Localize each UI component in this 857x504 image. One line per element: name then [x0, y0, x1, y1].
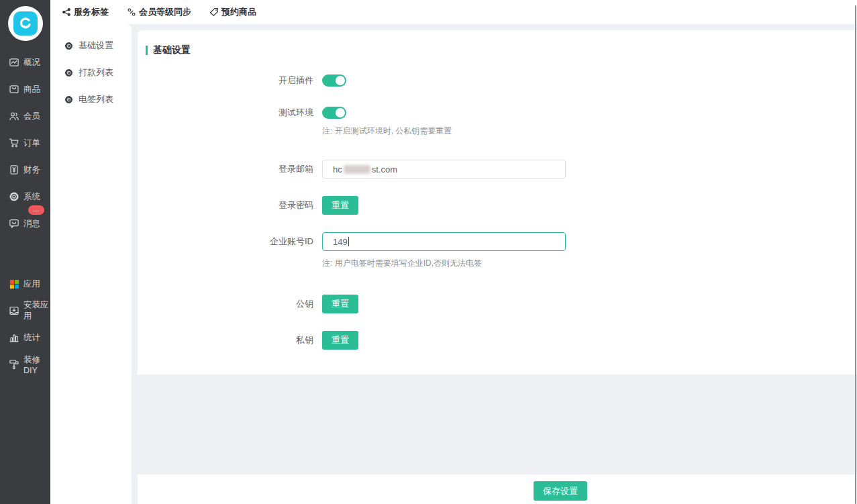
company-id-label: 企业账号ID	[138, 236, 313, 248]
sidebar-item-label: 概况	[23, 57, 40, 68]
email-label: 登录邮箱	[138, 163, 313, 175]
sidebar-item-finance[interactable]: 财务	[0, 156, 50, 183]
sidebar-item-install-apps[interactable]: 安装应用	[0, 297, 50, 324]
sidebar-item-order[interactable]: 订单	[0, 130, 50, 156]
sidebar-item-label: 统计	[23, 332, 40, 344]
title-accent-bar	[146, 46, 148, 55]
sidebar-item-apps[interactable]: 应用	[0, 270, 50, 297]
system-gear-icon	[9, 191, 19, 202]
submenu-item-payment-list[interactable]: 打款列表	[50, 59, 132, 86]
submenu-item-label: 电签列表	[79, 93, 113, 105]
install-icon	[9, 305, 19, 316]
form-row-private-key: 私钥 重置	[138, 331, 857, 350]
email-redacted-blur	[344, 165, 370, 174]
submenu-item-label: 基础设置	[79, 40, 113, 52]
section-title-text: 基础设置	[153, 44, 191, 56]
sidebar-spacer	[0, 237, 50, 270]
apps-icon	[9, 279, 19, 289]
sidebar-item-overview[interactable]: 概况	[0, 49, 50, 76]
gear-icon	[64, 68, 73, 77]
basic-settings-panel: 基础设置 开启插件 测试环境 注: 开启测试环境时, 公私钥需要重置 登录邮箱 …	[138, 30, 857, 374]
password-label: 登录密码	[138, 199, 313, 211]
submenu-item-basic-settings[interactable]: 基础设置	[50, 32, 132, 59]
message-badge: …	[28, 205, 44, 215]
sidebar-item-label: 装修DIY	[23, 354, 50, 375]
form-row-company-id: 企业账号ID 149	[138, 232, 857, 251]
sidebar-item-label: 会员	[23, 111, 40, 122]
sidebar-item-label: 财务	[23, 164, 40, 176]
test-env-label: 测试环境	[138, 107, 313, 119]
overview-icon	[9, 57, 19, 68]
paint-roller-icon	[9, 359, 19, 370]
public-key-label: 公钥	[138, 298, 313, 310]
company-id-input[interactable]: 149	[322, 232, 566, 251]
sidebar-item-label: 应用	[23, 279, 40, 290]
sidebar-item-label: 商品	[23, 84, 40, 95]
company-id-value: 149	[333, 237, 348, 247]
public-key-reset-button[interactable]: 重置	[322, 295, 358, 313]
sidebar-item-label: 订单	[23, 138, 40, 149]
link-icon	[126, 7, 136, 17]
company-id-note: 注: 用户电签时需要填写企业ID,否则无法电签	[322, 258, 857, 269]
email-input[interactable]: hcst.com	[322, 160, 566, 179]
tab-label: 服务标签	[74, 6, 109, 18]
sidebar-item-member[interactable]: 会员	[0, 103, 50, 130]
tab-label: 预约商品	[221, 6, 256, 18]
message-icon	[9, 218, 19, 229]
share-icon	[61, 7, 71, 17]
plugin-label: 开启插件	[138, 74, 313, 87]
sidebar-item-stats[interactable]: 统计	[0, 324, 50, 351]
logo-circle	[8, 6, 43, 41]
tab-label: 会员等级同步	[139, 6, 191, 18]
sidebar-item-label: 系统	[23, 191, 40, 203]
logo-swirl-icon	[17, 15, 34, 32]
sidebar-nav: 概况 商品 会员 订单	[0, 49, 50, 378]
app-logo[interactable]	[0, 0, 50, 47]
private-key-label: 私钥	[138, 334, 313, 346]
finance-icon	[9, 164, 19, 175]
sidebar-item-label: 安装应用	[23, 299, 50, 322]
text-cursor	[348, 237, 349, 246]
app-window: 概况 商品 会员 订单	[0, 0, 857, 504]
sidebar-item-message[interactable]: 消息 …	[0, 210, 50, 237]
gear-icon	[64, 41, 73, 50]
tag-icon	[209, 7, 219, 17]
test-env-toggle[interactable]	[322, 107, 346, 119]
email-value-prefix: hc	[333, 164, 342, 174]
tab-reserved-goods[interactable]: 预约商品	[209, 6, 256, 18]
save-settings-button[interactable]: 保存设置	[534, 481, 587, 501]
vertical-scrollbar[interactable]	[855, 5, 856, 504]
sidebar-item-diy[interactable]: 装修DIY	[0, 351, 50, 378]
plugin-toggle[interactable]	[322, 74, 346, 87]
tab-service-label[interactable]: 服务标签	[61, 6, 109, 18]
tab-member-level-sync[interactable]: 会员等级同步	[126, 6, 191, 18]
form-row-plugin: 开启插件	[138, 74, 857, 87]
sidebar-item-label: 消息	[23, 218, 40, 230]
test-env-note: 注: 开启测试环境时, 公私钥需要重置	[322, 125, 857, 137]
top-tab-bar: 服务标签 会员等级同步 预约商品	[50, 0, 857, 24]
password-reset-button[interactable]: 重置	[322, 196, 358, 215]
logo-mark	[13, 11, 38, 36]
section-title: 基础设置	[146, 44, 857, 57]
form-row-email: 登录邮箱 hcst.com	[138, 160, 857, 179]
submenu-item-label: 打款列表	[79, 66, 113, 79]
form-row-public-key: 公钥 重置	[138, 295, 857, 313]
settings-submenu: 基础设置 打款列表 电签列表	[50, 24, 132, 504]
member-icon	[9, 111, 19, 121]
form-row-test-env: 测试环境	[138, 107, 857, 119]
goods-icon	[9, 84, 19, 95]
footer-action-bar: 保存设置	[138, 474, 857, 504]
private-key-reset-button[interactable]: 重置	[322, 331, 358, 350]
primary-sidebar: 概况 商品 会员 订单	[0, 0, 50, 504]
form-row-password: 登录密码 重置	[138, 196, 857, 215]
email-value-suffix: st.com	[372, 164, 397, 174]
order-cart-icon	[9, 138, 19, 148]
submenu-item-esign-list[interactable]: 电签列表	[50, 86, 132, 113]
sidebar-item-goods[interactable]: 商品	[0, 76, 50, 103]
gear-icon	[64, 95, 73, 104]
stats-chart-icon	[9, 332, 19, 343]
